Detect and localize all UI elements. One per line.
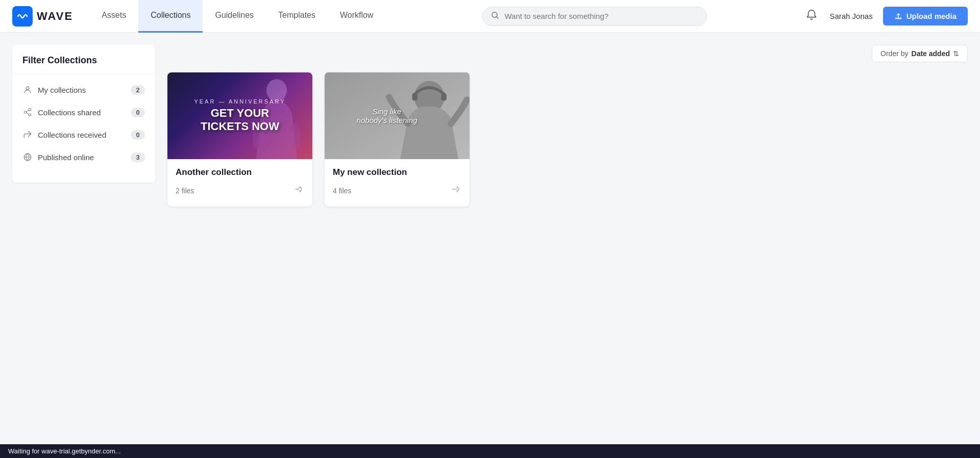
svg-point-2 xyxy=(26,87,29,90)
logo[interactable]: WAVE xyxy=(12,6,73,27)
sidebar-title: Filter Collections xyxy=(12,55,155,74)
content-area: Order by Date added ⇅ YEAR — ANNIVERSARY… xyxy=(167,45,968,446)
thumb-cta-text: GET YOURTICKETS NOW xyxy=(194,107,285,134)
status-bar: Waiting for wave-trial.getbynder.com... xyxy=(0,444,980,458)
nav-item-assets[interactable]: Assets xyxy=(89,0,138,33)
logo-text: WAVE xyxy=(37,10,73,23)
sidebar-item-collections-received[interactable]: Collections received 0 xyxy=(12,123,155,146)
sidebar: Filter Collections My collections 2 xyxy=(12,45,155,183)
collection-files-2: 4 files xyxy=(333,187,352,195)
thumb-2-text: Sing likenobody's listening xyxy=(353,103,422,129)
sidebar-item-published-online[interactable]: Published online 3 xyxy=(12,146,155,168)
collection-meta-2: 4 files xyxy=(333,183,461,198)
main-content: Filter Collections My collections 2 xyxy=(0,33,980,458)
svg-line-4 xyxy=(27,113,29,114)
collection-thumb-2: Sing likenobody's listening xyxy=(325,72,470,159)
order-by-value: Date added xyxy=(912,49,950,58)
collection-files-1: 2 files xyxy=(176,187,194,195)
collections-grid: YEAR — ANNIVERSARY GET YOURTICKETS NOW xyxy=(167,72,627,207)
sidebar-badge-published-online: 3 xyxy=(131,152,145,162)
collection-info-2: My new collection 4 files xyxy=(325,159,470,207)
search-input[interactable] xyxy=(504,12,698,20)
upload-media-button[interactable]: Upload media xyxy=(883,7,968,26)
sidebar-badge-collections-received: 0 xyxy=(131,130,145,140)
collection-name-2: My new collection xyxy=(333,167,461,177)
logo-icon xyxy=(12,6,33,27)
collection-info-1: Another collection 2 files xyxy=(167,159,312,207)
order-by-arrow-icon: ⇅ xyxy=(953,49,959,58)
collection-meta-1: 2 files xyxy=(176,183,304,198)
content-header: Order by Date added ⇅ xyxy=(167,45,968,62)
status-bar-text: Waiting for wave-trial.getbynder.com... xyxy=(8,447,121,455)
main-nav: Assets Collections Guidelines Templates … xyxy=(89,0,385,32)
search-icon xyxy=(491,11,499,21)
sidebar-list: My collections 2 Collections shared 0 xyxy=(12,74,155,172)
collection-card-another-collection[interactable]: YEAR — ANNIVERSARY GET YOURTICKETS NOW xyxy=(167,72,312,207)
nav-item-templates[interactable]: Templates xyxy=(266,0,328,33)
search-wrapper xyxy=(482,7,707,26)
sidebar-label-my-collections: My collections xyxy=(38,86,131,94)
shared-icon xyxy=(22,107,33,117)
svg-line-3 xyxy=(27,110,29,112)
user-name[interactable]: Sarah Jonas xyxy=(829,12,872,20)
search-bar xyxy=(385,7,804,26)
user-icon xyxy=(22,85,33,95)
svg-rect-11 xyxy=(412,93,418,101)
sidebar-label-collections-received: Collections received xyxy=(38,131,131,139)
share-button-1[interactable] xyxy=(291,183,304,198)
share-button-2[interactable] xyxy=(448,183,461,198)
sidebar-item-my-collections[interactable]: My collections 2 xyxy=(12,79,155,101)
sidebar-item-collections-shared[interactable]: Collections shared 0 xyxy=(12,101,155,123)
header: WAVE Assets Collections Guidelines Templ… xyxy=(0,0,980,33)
thumb-year-text: YEAR — ANNIVERSARY xyxy=(194,98,285,105)
nav-item-workflow[interactable]: Workflow xyxy=(328,0,386,33)
svg-rect-12 xyxy=(441,93,447,101)
sidebar-badge-collections-shared: 0 xyxy=(131,108,145,117)
upload-media-label: Upload media xyxy=(906,12,957,20)
sidebar-label-published-online: Published online xyxy=(38,153,131,162)
order-by-button[interactable]: Order by Date added ⇅ xyxy=(872,45,968,62)
collection-card-my-new-collection[interactable]: Sing likenobody's listening My new colle… xyxy=(325,72,470,207)
sidebar-badge-my-collections: 2 xyxy=(131,85,145,95)
sidebar-label-collections-shared: Collections shared xyxy=(38,108,131,117)
header-right: Sarah Jonas Upload media xyxy=(804,7,968,26)
notification-button[interactable] xyxy=(804,7,819,25)
svg-line-1 xyxy=(497,16,499,18)
order-by-label: Order by xyxy=(880,49,908,58)
nav-item-collections[interactable]: Collections xyxy=(138,0,203,33)
collection-name-1: Another collection xyxy=(176,167,304,177)
globe-icon xyxy=(22,152,33,162)
collection-thumb-1: YEAR — ANNIVERSARY GET YOURTICKETS NOW xyxy=(167,72,312,159)
nav-item-guidelines[interactable]: Guidelines xyxy=(203,0,266,33)
received-icon xyxy=(22,130,33,140)
